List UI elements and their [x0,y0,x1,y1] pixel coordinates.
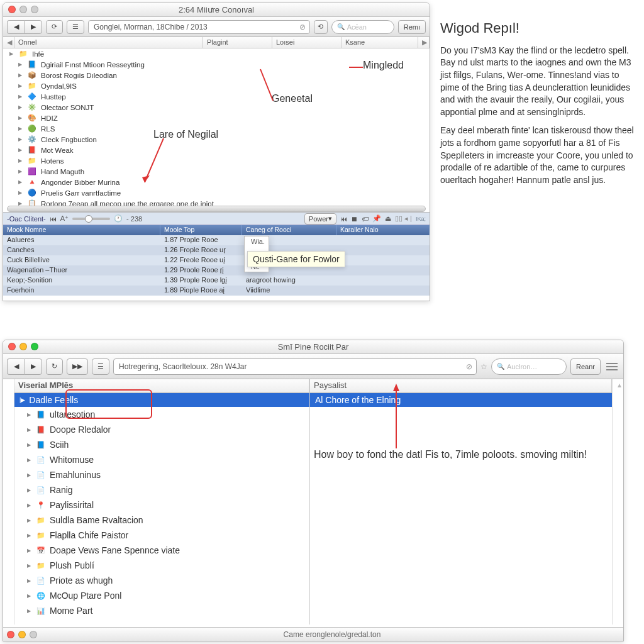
back-button[interactable]: ◀ [7,20,25,34]
search-input[interactable]: Acēan [331,20,394,34]
disclosure-triangle-icon[interactable]: ▶ [27,608,33,614]
zoom-icon[interactable] [30,631,37,638]
clear-icon[interactable]: ⊘ [466,362,472,371]
col-2[interactable]: Plagint [203,37,272,48]
zoom-icon[interactable] [31,6,38,13]
tree-item[interactable]: ▶🌐McOup Ptare Ponl [14,588,309,603]
col-4[interactable]: Ksane [341,37,418,48]
first-icon[interactable]: ⏮ [50,215,57,223]
refresh-icon[interactable]: ⟲ [314,20,328,34]
disclosure-triangle-icon[interactable]: ▶ [27,442,33,448]
forward-button[interactable]: ▶ [25,358,42,375]
clear-icon[interactable]: ⊘ [299,23,306,31]
disclosure-triangle-icon[interactable]: ▶ [18,83,25,89]
table-row[interactable]: Canches1.26 Frople Rooe uŗ [3,245,430,255]
zoom-icon[interactable] [31,343,38,350]
disclosure-triangle-icon[interactable]: ▶ [27,593,33,599]
disclosure-triangle-icon[interactable]: ▶ [27,548,33,553]
table-row[interactable]: Foerhoin1.89 Piople Rooe aįViidlime [3,286,430,296]
lcol-4[interactable]: Karaller Naio [336,225,430,235]
disclosure-triangle-icon[interactable]: ▶ [18,62,25,67]
tree-item[interactable]: ▶📊Mome Part [14,603,309,618]
scroll-left-icon[interactable]: ◀ [3,37,14,48]
tree-item[interactable]: ▶📘Sciih [14,437,309,452]
power-dropdown[interactable]: Power ▾ [304,213,336,225]
close-icon[interactable] [8,343,16,350]
right-header[interactable]: Paysalist [310,379,612,392]
lcol-3[interactable]: Caneg of Rooci [242,225,336,235]
tree-item[interactable]: ▶📘ultaresotion [14,407,309,422]
disclosure-triangle-icon[interactable]: ▶ [18,136,25,142]
search-input-2[interactable]: Auclron… [491,358,567,375]
disclosure-triangle-icon[interactable]: ▶ [27,578,33,584]
list-view-button[interactable]: ☰ [92,358,109,375]
left-header[interactable]: Viserial MPlēs [14,379,309,392]
tree-item[interactable]: ▶🎨HDIZ [3,113,430,123]
disclosure-triangle-icon[interactable]: ▶ [27,457,33,463]
reload-button[interactable]: ↻ [46,358,63,375]
address-field-2[interactable]: Hotregering, Scaorltelouıx. 28n W4Jar ⊘ [113,358,477,375]
lcol-2[interactable]: Moole Top [160,225,242,235]
zoom-slider[interactable] [72,218,110,220]
disclosure-triangle-icon[interactable]: ▶ [18,72,25,78]
disclosure-triangle-icon[interactable]: ▶ [18,147,25,153]
disclosure-triangle-icon[interactable]: ▶ [27,472,33,478]
tree-item[interactable]: ▶📅Doape Vews Fane Spennce viate [14,543,309,558]
table-row[interactable]: Cuck Billellive1.22 Freole Rooe uį [3,255,430,265]
col-3[interactable]: Loısei [272,37,341,48]
list-view-button[interactable]: ☰ [67,20,84,34]
menu-icon[interactable] [604,360,619,374]
disclosure-triangle-icon[interactable]: ▶ [18,115,25,121]
disclosure-triangle-icon[interactable]: ▶ [27,563,33,569]
pin-icon[interactable]: 📌 [372,214,381,223]
lcol-1[interactable]: Mook Nomne [3,225,160,235]
close-icon[interactable] [7,631,14,638]
disclosure-triangle-icon[interactable]: ▶ [9,51,16,57]
titlebar-2[interactable]: Smĭ Pine Rociit Par [3,340,623,354]
back-button[interactable]: ◀ [7,358,25,375]
horizontal-scrollbar[interactable] [7,206,426,212]
disclosure-triangle-icon[interactable]: ▶ [27,427,33,433]
disclosure-triangle-icon[interactable]: ▶ [27,412,33,418]
disclosure-triangle-icon[interactable]: ▶ [27,487,33,493]
tree-item[interactable]: ▶📁Hotens [3,155,430,166]
col-1[interactable]: Onnel [14,37,203,48]
address-field[interactable]: Gonglei, Morrnan, 18Chibe / 2013 ⊘ [88,20,310,34]
tree-item[interactable]: ▶🟪Hand Maguth [3,166,430,177]
disclosure-triangle-icon[interactable]: ▶ [18,104,25,110]
reload-label-button[interactable]: Remı [398,20,426,34]
skip-back-icon[interactable]: ⏮ [340,215,347,223]
tree-item[interactable]: ▶📄Ranig [14,482,309,497]
close-icon[interactable] [8,6,16,13]
table-row[interactable]: Keop;-Sonition1.39 Prople Rooe lgįaragro… [3,275,430,286]
tree-item[interactable]: ▶📕Mot Weak [3,145,430,155]
reload-label-button-2[interactable]: Reanr [570,358,601,375]
disclosure-triangle-icon[interactable]: ▶ [27,533,33,538]
play-button[interactable]: ▶▶ [67,358,88,375]
disclosure-triangle-icon[interactable]: ▶ [18,190,25,196]
forward-button[interactable]: ▶ [25,20,42,34]
tree-item[interactable]: ▶📁Oyndal,9IS [3,80,430,91]
star-icon[interactable]: ☆ [480,362,487,371]
stop-icon[interactable]: ⏹ [351,215,358,223]
disclosure-triangle-icon[interactable]: ▶ [18,94,25,99]
tree-item[interactable]: ▶📁Suldla Bame Rvaltacion [14,513,309,528]
tree-item[interactable]: ▶🔷Husttep [3,91,430,102]
tree-item[interactable]: ▶🔵Pruelis Garr vanrtfactime [3,187,430,198]
minimize-icon[interactable] [19,343,27,350]
tree-item[interactable]: ▶📦Borost Rogıis Dıleodian [3,70,430,80]
selected-left-item[interactable]: |▶ Dadle Feells [14,393,309,407]
disclosure-triangle-icon[interactable]: ▶ [18,169,25,174]
tree-item[interactable]: ▶📁Plush Publí [14,558,309,573]
tree-item[interactable]: ▶📄Priote as whugh [14,573,309,588]
tree-item[interactable]: ▶📍Paylissirital [14,497,309,513]
tree-item[interactable]: ▶📄Emahluninus [14,467,309,482]
disclosure-triangle-icon[interactable]: ▶ [18,126,25,131]
tree-root[interactable]: ▶ 📁 Ihfē [3,48,430,59]
minimize-icon[interactable] [19,6,27,13]
tag-icon[interactable]: 🏷 [362,215,369,223]
minimize-icon[interactable] [18,631,26,638]
eject-icon[interactable]: ⏏ [385,214,391,223]
disclosure-triangle-icon[interactable]: ▶ [27,502,33,508]
table-row[interactable]: Wagenation –Thuer1.29 Proole Rooe ŗįsarl… [3,265,430,275]
